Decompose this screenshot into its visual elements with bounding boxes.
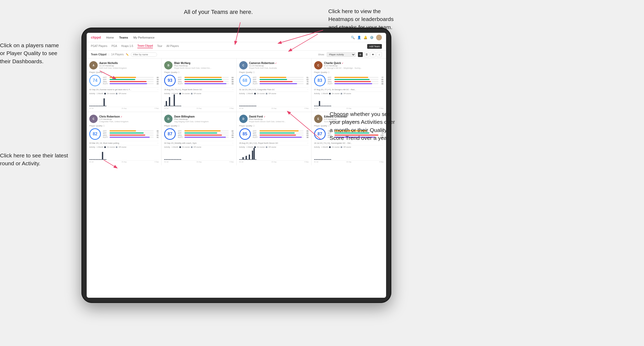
quality-circle[interactable]: 85 [239, 128, 251, 140]
quality-circle[interactable]: 68 [239, 75, 251, 86]
last-round[interactable]: 26 Aug 23 | 73 (+1), Royal North Devon G… [164, 87, 233, 92]
nav-home[interactable]: Home [106, 36, 114, 39]
player-card[interactable]: B Blair McHarg Plus Handicap Royal North… [162, 58, 236, 112]
player-name[interactable]: Dave Billingham [174, 115, 233, 118]
edit-icon[interactable]: ✏️ [126, 53, 129, 56]
player-club: St. George's Hill GC - Weybridge - Surre… [324, 67, 383, 69]
player-quality-section: Player Quality ⓘ 93 OTT 84 APP 85 ARG 88… [164, 71, 233, 86]
list-view-button[interactable]: ☰ [364, 52, 369, 57]
search-icon[interactable]: 🔍 [351, 36, 355, 39]
player-card[interactable]: A Aaron Nicholls 11:15 Handicap Drift Go… [87, 58, 161, 112]
grid-view-button[interactable]: ⊞ [358, 52, 363, 57]
sort-button[interactable]: ↕ [377, 52, 382, 57]
avatar[interactable] [376, 35, 382, 40]
player-card[interactable]: D David Ford ✓ Plus Handicap Royal North… [237, 112, 311, 165]
player-name[interactable]: Charlie Quick ✓ [324, 62, 383, 65]
user-icon[interactable]: 👤 [357, 36, 361, 39]
quality-circle[interactable]: 83 [314, 75, 326, 86]
annotation-top-center: All of your Teams are here. [184, 8, 253, 16]
bell-icon[interactable]: 🔔 [363, 36, 367, 39]
view-icons: ⊞ ☰ ▼ ↕ [358, 52, 382, 57]
quality-circle[interactable]: 87 [314, 128, 326, 140]
player-name[interactable]: Cameron Robertson ✓ [249, 62, 309, 65]
team-count: 14 Players [111, 53, 124, 56]
stats-grid: OTT 84 APP 85 ARG 88 PUTT 95 [178, 77, 233, 85]
nav-teams[interactable]: Teams [119, 36, 128, 39]
player-card[interactable]: C Charlie Quick ✓ 6:10 Handicap St. Geor… [311, 58, 386, 112]
stats-grid: OTT 82 APP 74 ARG 85 PUTT 94 [178, 130, 233, 138]
stats-grid: OTT 60 APP 58 ARG 84 PUTT 85 [103, 77, 159, 85]
quality-content: 87 OTT 82 APP 74 ARG 85 PUTT 94 [164, 128, 233, 140]
tab-tour[interactable]: Tour [157, 45, 162, 48]
player-card[interactable]: C Cameron Robertson ✓ 11:15 Handicap Roy… [237, 58, 311, 112]
last-round[interactable]: 04 Sep 23 | Mobility with coach, Gym → [164, 141, 233, 145]
player-handicap: Plus Handicap [174, 65, 233, 67]
settings-icon[interactable]: ⚙️ [370, 36, 373, 39]
player-avatar: C [314, 61, 323, 70]
divider: | [108, 53, 109, 56]
player-name[interactable]: Aaron Nicholls [99, 62, 159, 65]
quality-circle[interactable]: 74 [89, 75, 101, 86]
last-round[interactable]: 03 Mar 23 | 19, Must make putting → [89, 141, 159, 145]
nav-myperformance[interactable]: My Performance [133, 36, 155, 39]
team-title: Team Clippd [91, 53, 106, 56]
player-avatar: C [89, 115, 98, 123]
last-round[interactable]: 26 Aug 23 | 84 (+12), Royal North Devon … [239, 141, 309, 145]
ipad-screen: clippd Home Teams My Performance 🔍 👤 🔔 ⚙… [87, 33, 386, 298]
quality-content: 83 OTT 77 APP 80 ARG 83 PUTT 86 [314, 75, 383, 86]
activity-section: Activity · 1 Month On course Off course … [89, 93, 159, 109]
ipad-frame: clippd Home Teams My Performance 🔍 👤 🔔 ⚙… [81, 28, 391, 303]
player-name[interactable]: Chris Robertson ✓ [99, 115, 159, 118]
stat-row-putt: PUTT 96 [253, 136, 309, 138]
player-club: Craigmillar Park, United Kingdom [99, 120, 159, 123]
player-quality-section: Player Quality ⓘ 85 OTT 89 APP 80 ARG 83… [239, 125, 309, 140]
tab-pga[interactable]: PGA [111, 45, 117, 48]
last-round[interactable]: 02 Sep 23 | Sunrise round to get back in… [89, 87, 159, 92]
quality-content: 82 OTT 60 APP 77 ARG 81 PUTT 91 [89, 128, 159, 140]
tab-pgat[interactable]: PGAT Players [91, 45, 107, 48]
chart-dates: 31 Jul21 Aug4 Sep [314, 108, 383, 109]
filter-input[interactable] [131, 52, 157, 57]
player-header: C Charlie Quick ✓ 6:10 Handicap St. Geor… [314, 61, 383, 70]
player-card[interactable]: C Chris Robertson ✓ 1-5 Handicap Craigmi… [87, 112, 161, 165]
player-club: Royal Perth Golf Club, Australia [249, 67, 309, 69]
tab-hcaps[interactable]: Hcaps 1-5 [121, 45, 133, 48]
activity-section: Activity · 1 Month On course Off course … [314, 93, 383, 109]
add-team-button[interactable]: Add Team [367, 44, 382, 49]
quality-content: 74 OTT 60 APP 58 ARG 84 PUTT 85 [89, 75, 159, 86]
player-card[interactable]: D Dave Billingham Plus Handicap Sag Magi… [162, 112, 236, 165]
activity-section: Activity · 1 Month On course Off course … [314, 146, 383, 163]
stat-row-app: APP 80 [253, 132, 309, 134]
player-handicap: 11:15 Handicap [249, 65, 309, 67]
show-select[interactable]: Player Activity Quality Score Trend [327, 52, 356, 57]
last-round[interactable]: 07 Aug 23 | 77 (+7), St George's Hill GC… [314, 87, 383, 92]
quality-label: Player Quality ⓘ [239, 125, 309, 127]
chart-dates: 31 Jul21 Aug4 Sep [314, 161, 383, 163]
activity-header: Activity · 1 Month On course Off course [239, 146, 309, 148]
stat-row-ott: OTT 61 [253, 77, 309, 78]
quality-circle[interactable]: 93 [164, 75, 176, 86]
chart-dates: 31 Jul21 Aug4 Sep [239, 161, 309, 163]
tab-teamclippd[interactable]: Team Clippd [137, 44, 153, 48]
stat-row-arg: ARG 83 [328, 81, 383, 83]
stat-row-arg: ARG 85 [178, 134, 233, 136]
quality-label: Player Quality ⓘ [89, 71, 159, 74]
last-round[interactable]: 02 Jul 23 | 59 (+17), Craigmillar Park G… [239, 87, 309, 92]
stat-row-app: APP 77 [103, 132, 159, 134]
filter-button[interactable]: ▼ [370, 52, 376, 57]
player-avatar: D [239, 115, 248, 123]
tab-allplayers[interactable]: All Players [167, 45, 179, 48]
player-name[interactable]: Blair McHarg [174, 62, 233, 65]
quality-label: Player Quality ⓘ [164, 125, 233, 127]
player-quality-section: Player Quality ⓘ 82 OTT 60 APP 77 ARG 81… [89, 125, 159, 140]
stat-row-putt: PUTT 91 [103, 136, 159, 138]
stat-row-app: APP 80 [328, 79, 383, 81]
player-name[interactable]: David Ford ✓ [249, 115, 309, 118]
activity-chart [314, 95, 383, 107]
quality-label: Player Quality ⓘ [239, 71, 309, 74]
quality-circle[interactable]: 87 [164, 128, 176, 140]
stats-grid: OTT 89 APP 80 ARG 83 PUTT 96 [253, 130, 309, 138]
player-quality-section: Player Quality ⓘ 87 OTT 82 APP 74 ARG 85… [164, 125, 233, 140]
stat-row-putt: PUTT 85 [253, 83, 309, 85]
quality-circle[interactable]: 82 [89, 128, 101, 140]
